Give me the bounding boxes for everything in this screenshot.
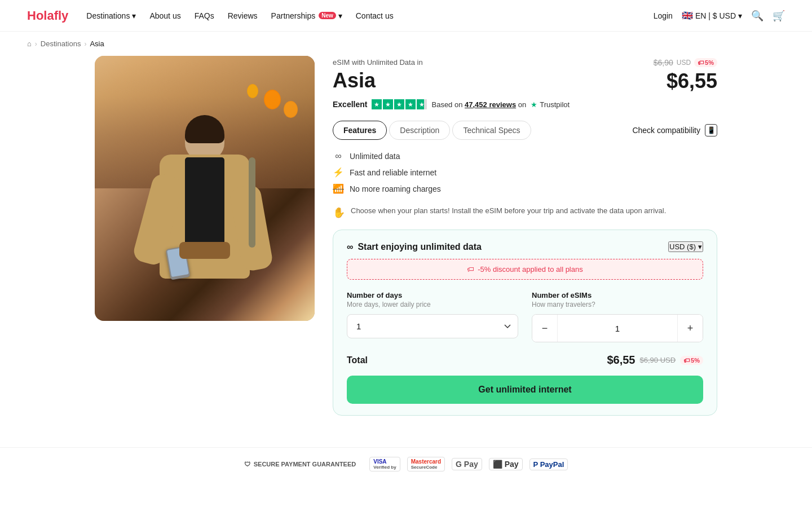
breadcrumb: ⌂ › Destinations › Asia: [0, 32, 812, 56]
star-2: ★: [383, 99, 393, 109]
stars: ★ ★ ★ ★ ★: [372, 99, 427, 109]
flag-icon: 🇬🇧: [682, 10, 693, 21]
chevron-down-icon: ▾: [338, 11, 342, 20]
discount-banner: 🏷 -5% discount applied to all plans: [347, 259, 703, 280]
visa-logo: VISA Verified by: [369, 457, 400, 471]
nav-faqs[interactable]: FAQs: [195, 11, 214, 20]
secure-payment-label: 🛡 SECURE PAYMENT GUARANTEED: [244, 461, 356, 468]
price-original-currency: USD: [677, 59, 691, 67]
navbar-left: Holafly Destinations ▾ About us FAQs Rev…: [27, 8, 394, 23]
hand-icon: ✋: [333, 205, 345, 221]
product-image-section: [95, 56, 315, 416]
paypal-logo: P PayPal: [529, 458, 568, 470]
install-note-text: Choose when your plan starts! Install th…: [351, 205, 666, 217]
plan-box-header: ∞ Start enjoying unlimited data USD ($) …: [347, 241, 703, 252]
footer-trust: 🛡 SECURE PAYMENT GUARANTEED VISA Verifie…: [0, 447, 812, 480]
home-icon: ⌂: [27, 39, 32, 48]
lang-label: EN | $ USD: [695, 11, 736, 20]
tabs: Features Description Technical Specs: [333, 121, 531, 140]
nav-partnerships[interactable]: Partnerships New ▾: [271, 11, 342, 20]
chevron-down-icon: ▾: [738, 11, 742, 20]
total-discount-badge: 🏷 5%: [680, 356, 703, 365]
check-compatibility-button[interactable]: Check compatibility 📱: [632, 124, 717, 136]
plan-title: ∞ Start enjoying unlimited data: [347, 242, 482, 252]
selectors-row: Number of days More days, lower daily pr…: [347, 291, 703, 342]
esims-label: Number of eSIMs: [532, 291, 703, 299]
tabs-row: Features Description Technical Specs Che…: [333, 121, 717, 140]
increment-button[interactable]: +: [678, 315, 703, 342]
install-note: ✋ Choose when your plan starts! Install …: [333, 205, 717, 221]
tp-star-icon: ★: [531, 100, 537, 109]
breadcrumb-sep-2: ›: [84, 40, 86, 48]
main-content: eSIM with Unlimited Data in Asia $6,90 U…: [68, 56, 744, 443]
title-section: eSIM with Unlimited Data in Asia: [333, 58, 423, 99]
discount-banner-text: -5% discount applied to all plans: [478, 265, 582, 274]
nav-reviews[interactable]: Reviews: [228, 11, 258, 20]
total-row: Total $6,55 $6,90 USD 🏷 5%: [347, 354, 703, 367]
nav-contact[interactable]: Contact us: [356, 11, 394, 20]
trustpilot-row: Excellent ★ ★ ★ ★ ★ Based on 47,452 revi…: [333, 99, 717, 109]
esims-sublabel: How many travelers?: [532, 301, 703, 308]
product-image: [95, 56, 315, 321]
feature-no-roaming-text: No more roaming charges: [350, 184, 441, 193]
trustpilot-logo: ★ Trustpilot: [531, 100, 570, 109]
trustpilot-excellent: Excellent: [333, 100, 367, 109]
nav-destinations[interactable]: Destinations ▾: [86, 11, 136, 20]
plan-title-text: Start enjoying unlimited data: [358, 242, 482, 252]
feature-unlimited-text: Unlimited data: [350, 152, 400, 161]
title-price-wrap: eSIM with Unlimited Data in Asia $6,90 U…: [333, 58, 717, 99]
esim-count-value: 1: [557, 315, 678, 342]
check-compat-label: Check compatibility: [632, 126, 700, 135]
price-section: $6,90 USD 🏷 5% $6,55: [654, 58, 717, 93]
login-button[interactable]: Login: [654, 11, 673, 20]
feature-fast-text: Fast and reliable internet: [350, 168, 436, 177]
reviews-link[interactable]: 47,452 reviews: [465, 100, 516, 109]
logo[interactable]: Holafly: [27, 8, 68, 23]
tab-technical[interactable]: Technical Specs: [452, 121, 531, 140]
search-button[interactable]: 🔍: [751, 10, 764, 22]
decrement-button[interactable]: −: [532, 315, 557, 342]
star-1: ★: [372, 99, 382, 109]
navbar: Holafly Destinations ▾ About us FAQs Rev…: [0, 0, 812, 32]
mastercard-logo: Mastercard SecureCode: [407, 457, 445, 471]
features-list: ∞ Unlimited data ⚡ Fast and reliable int…: [333, 151, 717, 194]
total-label: Total: [347, 355, 368, 365]
breadcrumb-destinations[interactable]: Destinations: [41, 39, 81, 48]
no-roaming-icon: 📶: [333, 183, 344, 194]
tab-description[interactable]: Description: [389, 121, 450, 140]
total-price: $6,55: [607, 354, 635, 367]
tab-features[interactable]: Features: [333, 121, 387, 140]
product-title: Asia: [333, 69, 423, 92]
cart-button[interactable]: 🛒: [773, 10, 785, 22]
tag-icon: 🏷: [698, 59, 704, 66]
payment-logos: VISA Verified by Mastercard SecureCode G…: [369, 457, 568, 471]
esims-selector-group: Number of eSIMs How many travelers? − 1 …: [532, 291, 703, 342]
nav-about[interactable]: About us: [149, 11, 180, 20]
feature-no-roaming: 📶 No more roaming charges: [333, 183, 717, 194]
price-current: $6,55: [654, 69, 717, 93]
applepay-logo: ⬛ Pay: [489, 458, 523, 470]
feature-unlimited: ∞ Unlimited data: [333, 151, 717, 161]
star-3: ★: [394, 99, 404, 109]
gpay-logo: G Pay: [452, 458, 482, 470]
currency-selector[interactable]: USD ($) ▾: [668, 241, 703, 252]
lightning-icon: ⚡: [333, 167, 344, 178]
buy-button[interactable]: Get unlimited internet: [347, 376, 703, 404]
logo-text: Holafly: [27, 8, 68, 23]
price-original: $6,90: [654, 58, 673, 67]
breadcrumb-current: Asia: [90, 39, 104, 48]
days-label: Number of days: [347, 291, 518, 299]
nav-links: Destinations ▾ About us FAQs Reviews Par…: [86, 11, 393, 20]
tag-icon: 🏷: [467, 265, 474, 274]
total-price-group: $6,55 $6,90 USD 🏷 5%: [607, 354, 703, 367]
days-sublabel: More days, lower daily price: [347, 301, 518, 308]
total-original: $6,90 USD: [640, 356, 676, 364]
plan-box: ∞ Start enjoying unlimited data USD ($) …: [333, 230, 717, 416]
star-5: ★: [417, 99, 427, 109]
star-4: ★: [405, 99, 416, 109]
days-dropdown[interactable]: 1 3 5 7 10 14 20 30: [347, 314, 518, 338]
esim-subtitle: eSIM with Unlimited Data in: [333, 58, 423, 67]
reviews-text: Based on 47,452 reviews on: [431, 100, 526, 109]
breadcrumb-home[interactable]: ⌂: [27, 39, 32, 48]
language-selector[interactable]: 🇬🇧 EN | $ USD ▾: [682, 10, 742, 21]
